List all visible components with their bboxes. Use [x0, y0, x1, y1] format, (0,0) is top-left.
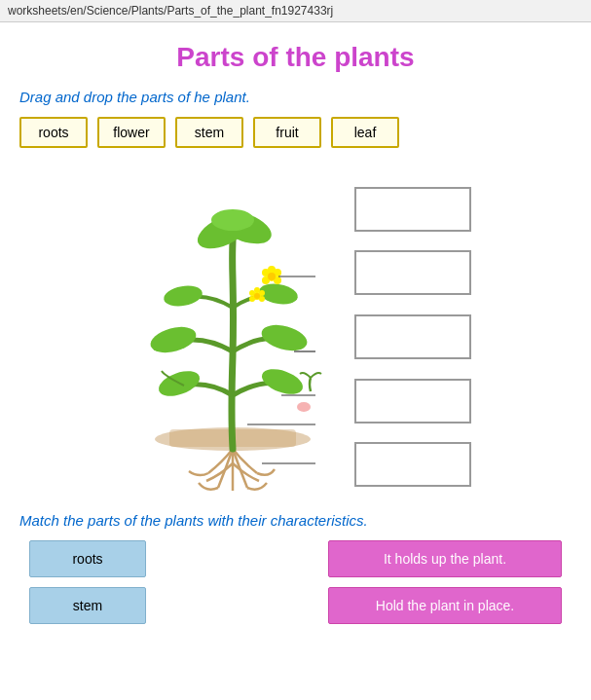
svg-point-10 [211, 209, 254, 231]
svg-point-24 [259, 296, 265, 302]
drop-box-3[interactable] [354, 314, 471, 359]
match-left: roots stem [29, 540, 146, 624]
page-title: Parts of the plants [19, 42, 572, 73]
match-right: It holds up the plant. Hold the plant in… [328, 540, 562, 624]
svg-point-4 [147, 322, 199, 357]
svg-point-13 [297, 402, 311, 412]
svg-point-22 [254, 287, 260, 293]
drop-boxes-area [354, 162, 471, 493]
drag-items-container: roots flower stem fruit leaf [19, 117, 572, 148]
drag-item-leaf[interactable]: leaf [331, 117, 399, 148]
drop-box-5[interactable] [354, 442, 471, 487]
match-btn-roots[interactable]: roots [29, 540, 146, 577]
url-bar: worksheets/en/Science/Plants/Parts_of_th… [0, 0, 591, 22]
svg-point-20 [268, 273, 276, 280]
drop-box-1[interactable] [354, 187, 471, 232]
match-btn-stem[interactable]: stem [29, 587, 146, 624]
match-section: roots stem It holds up the plant. Hold t… [19, 540, 572, 624]
drag-item-stem[interactable]: stem [175, 117, 243, 148]
svg-point-3 [258, 364, 306, 399]
drag-item-roots[interactable]: roots [19, 117, 88, 148]
svg-point-6 [162, 283, 203, 310]
svg-point-27 [254, 293, 260, 299]
svg-point-26 [249, 290, 255, 296]
drag-item-fruit[interactable]: fruit [253, 117, 321, 148]
section2-instruction: Match the parts of the plants with their… [19, 512, 572, 529]
plant-section [19, 162, 572, 493]
section1-instruction: Drag and drop the parts of he plant. [19, 89, 572, 105]
plant-image [121, 162, 345, 493]
svg-point-5 [258, 320, 310, 355]
match-characteristic-1[interactable]: It holds up the plant. [328, 540, 562, 577]
svg-point-25 [249, 296, 255, 302]
match-characteristic-2[interactable]: Hold the plant in place. [328, 587, 562, 624]
drop-box-2[interactable] [354, 250, 471, 295]
page-content: Parts of the plants Drag and drop the pa… [0, 22, 591, 634]
svg-point-23 [259, 290, 265, 296]
drag-item-flower[interactable]: flower [97, 117, 166, 148]
drop-box-4[interactable] [354, 379, 471, 424]
